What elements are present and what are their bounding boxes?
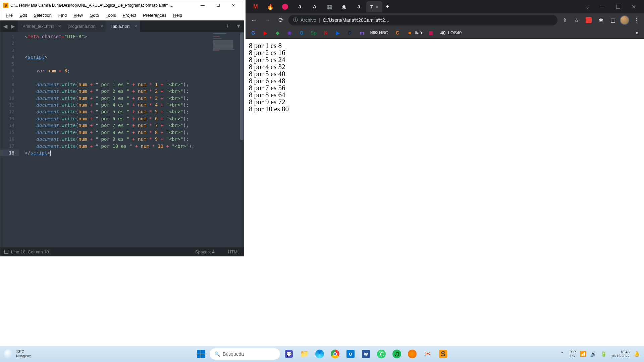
sidepanel-icon[interactable]: ◫ [608, 15, 618, 25]
weather-widget[interactable]: 13°C Nuageux [4, 349, 31, 359]
extension-ublock-icon[interactable] [584, 15, 594, 25]
extensions-icon[interactable]: ✱ [596, 15, 606, 25]
bookmark-itau[interactable]: ■Itaú [405, 28, 424, 37]
menu-view[interactable]: View [70, 11, 86, 19]
task-outlook-icon[interactable]: O [344, 347, 357, 361]
task-chrome-icon[interactable] [328, 347, 342, 361]
tab-active[interactable]: T × [366, 1, 382, 12]
new-tab-button[interactable]: + [222, 23, 233, 30]
syntax-setting[interactable]: HTML [228, 249, 240, 254]
wifi-icon[interactable]: 📶 [580, 351, 586, 357]
tab-a3[interactable]: a [352, 1, 366, 12]
minimize-button[interactable]: — [595, 1, 610, 12]
bookmarks-bar: G▶◆◉OSpN▶DmHBOHBOC■Itaú▦40LOS40» [246, 27, 644, 39]
tab-tabla[interactable]: Tabla.html× [106, 20, 140, 32]
task-word-icon[interactable]: W [359, 347, 373, 361]
close-icon[interactable]: × [376, 4, 378, 9]
bookmark-sp[interactable]: Sp [309, 28, 319, 37]
share-icon[interactable]: ⇧ [559, 15, 570, 25]
output-line: 8 por 10 es 80 [249, 106, 641, 113]
tab-search-button[interactable]: ⌄ [580, 1, 595, 12]
bookmark-cr[interactable]: C [392, 28, 402, 37]
tab-programa[interactable]: programa.html× [64, 20, 106, 32]
menu-edit[interactable]: Edit [16, 11, 30, 19]
tab-primer-text[interactable]: Primer_text.html× [18, 20, 64, 32]
close-icon[interactable]: × [58, 23, 61, 29]
tab-grid[interactable]: ▦ [323, 1, 336, 12]
task-sublime-icon[interactable]: S [436, 347, 450, 361]
code-content[interactable]: <meta charset="UTF-8"> <script> var num … [19, 32, 244, 247]
task-spotify-icon[interactable]: ♫ [390, 347, 404, 361]
menu-icon[interactable]: ⋮ [631, 15, 641, 25]
menu-preferences[interactable]: Preferences [140, 11, 170, 19]
clock[interactable]: 18:45 10/12/2022 [611, 350, 630, 358]
close-button[interactable]: ✕ [626, 1, 641, 12]
tab-a1[interactable]: a [293, 1, 307, 12]
bookmark-label: Itaú [415, 30, 422, 35]
notifications-icon[interactable]: 🔔 [634, 351, 640, 357]
bookmark-outlook[interactable]: O [297, 28, 307, 37]
minimize-button[interactable]: — [195, 0, 210, 10]
task-firefox-icon[interactable] [406, 347, 419, 361]
close-icon[interactable]: × [100, 23, 103, 29]
bookmark-disney[interactable]: ▶ [333, 28, 343, 37]
bookmark-youtube[interactable]: ▶ [260, 28, 270, 37]
maximize-button[interactable]: ☐ [210, 0, 226, 10]
status-checkbox[interactable] [4, 250, 8, 254]
task-snip-icon[interactable]: ✂ [421, 347, 434, 361]
bookmarks-overflow[interactable]: » [633, 28, 641, 37]
editor[interactable]: 123456789101112131415161718 <meta charse… [0, 32, 244, 247]
close-icon[interactable]: × [135, 23, 137, 29]
tab-globe[interactable]: ◉ [337, 1, 351, 12]
new-tab-button[interactable]: + [382, 3, 393, 10]
tab-nav-forward[interactable]: ▶ [9, 21, 16, 31]
profile-avatar[interactable] [620, 15, 629, 25]
bookmark-misc[interactable]: ▦ [426, 28, 436, 37]
bookmark-dplus[interactable]: D [345, 28, 355, 37]
task-chat-icon[interactable]: 💬 [282, 347, 296, 361]
start-button[interactable] [194, 347, 208, 361]
menu-selection[interactable]: Selection [30, 11, 55, 19]
scrollbar-vertical[interactable] [240, 32, 244, 247]
tab-a2[interactable]: a [308, 1, 321, 12]
bookmark-app1[interactable]: ◉ [284, 28, 294, 37]
bookmark-netflix[interactable]: N [321, 28, 331, 37]
task-edge-icon[interactable] [313, 347, 326, 361]
tab-fire[interactable]: 🔥 [264, 1, 277, 12]
menu-help[interactable]: Help [170, 11, 185, 19]
volume-icon[interactable]: 🔊 [590, 351, 597, 357]
menu-project[interactable]: Project [119, 11, 140, 19]
bookmark-mon[interactable]: m [357, 28, 367, 37]
bookmark-hbo[interactable]: HBOHBO [369, 28, 390, 37]
forward-button[interactable]: → [262, 14, 273, 26]
menu-find[interactable]: Find [55, 11, 70, 19]
taskbar-search[interactable]: 🔍 Búsqueda [210, 348, 280, 360]
menu-goto[interactable]: Goto [86, 11, 102, 19]
menu-tools[interactable]: Tools [102, 11, 119, 19]
bookmark-star-icon[interactable]: ☆ [572, 15, 582, 25]
tab-nav-back[interactable]: ◀ [2, 21, 9, 31]
back-button[interactable]: ← [248, 14, 260, 26]
task-whatsapp-icon[interactable]: ✆ [375, 347, 388, 361]
language-indicator[interactable]: ESP ES [569, 350, 576, 358]
chrome-tabstrip: M 🔥 a a ▦ ◉ a T × + ⌄ — ☐ ✕ [246, 0, 644, 13]
itau-icon: ■ [407, 30, 413, 36]
battery-icon[interactable]: 🔋 [601, 351, 607, 357]
indent-setting[interactable]: Spaces: 4 [195, 249, 215, 254]
tab-gmail[interactable]: M [249, 1, 262, 12]
maximize-button[interactable]: ☐ [610, 1, 626, 12]
close-button[interactable]: ✕ [226, 0, 241, 10]
address-bar[interactable]: ⓘ Archivo | C:/Users/Maria%20Camila%2… [288, 15, 557, 25]
bookmark-google[interactable]: G [248, 28, 258, 37]
output-line: 8 por 7 es 56 [249, 84, 641, 92]
tab-circle[interactable] [278, 1, 292, 12]
minimap[interactable] [213, 33, 240, 67]
bookmark-maps[interactable]: ◆ [272, 28, 282, 37]
reload-button[interactable]: ⟳ [275, 14, 286, 26]
tab-dropdown[interactable]: ▼ [233, 23, 244, 29]
bookmark-los40[interactable]: 40LOS40 [438, 28, 464, 37]
tray-overflow-icon[interactable]: ⌃ [560, 351, 565, 357]
task-explorer-icon[interactable]: 📁 [298, 347, 311, 361]
app1-icon: ◉ [286, 30, 292, 36]
menu-file[interactable]: File [2, 11, 16, 19]
